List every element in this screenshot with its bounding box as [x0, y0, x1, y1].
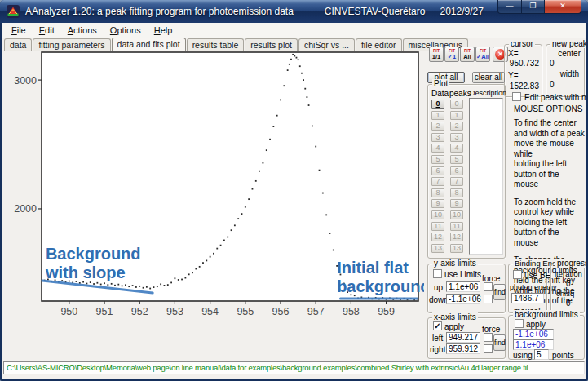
tab-fitting-parameters[interactable]: fitting parameters	[33, 38, 110, 51]
tab-data-and-fits-plot[interactable]: data and fits plot	[112, 38, 186, 51]
status-bar: C:\Users\AS-MICRO\Desktop\Memoria\web pa…	[3, 361, 585, 374]
plot-peaks-button-11[interactable]: 11	[450, 222, 463, 231]
new-peak-center-label: center	[558, 49, 581, 58]
data-point	[206, 260, 207, 262]
plot-data-button-7[interactable]: 7	[431, 177, 444, 186]
plot-description-list[interactable]	[469, 98, 503, 255]
plot-peaks-button-4[interactable]: 4	[450, 144, 463, 153]
plot-data-button-6[interactable]: 6	[431, 166, 444, 175]
plot-peaks-button-12[interactable]: 12	[450, 233, 463, 241]
plot-peaks-button-2[interactable]: 2	[450, 122, 463, 131]
data-point	[157, 286, 158, 287]
y-find-button[interactable]: find	[493, 284, 506, 300]
tab-data[interactable]: data	[4, 38, 32, 51]
bg-points-field[interactable]: 5	[534, 349, 549, 360]
photon-energy-field[interactable]: 1486.7	[511, 293, 544, 303]
mouse-options-paragraph-2: To zoom held the control key while holdi…	[514, 197, 586, 249]
points-label: points	[552, 351, 574, 360]
plot-data-button-0[interactable]: 0	[431, 100, 444, 109]
maximize-button[interactable]: ❐	[522, 0, 545, 14]
fit-button-all[interactable]: FITAll	[460, 47, 475, 62]
x-axis-limits-group: x-axis limits apply force left 949.217 r…	[427, 317, 506, 359]
plot-data-button-1[interactable]: 1	[431, 111, 444, 120]
x-tick-label: 952	[131, 306, 148, 317]
plot-peaks-button-3[interactable]: 3	[450, 133, 463, 142]
data-point	[79, 282, 81, 284]
x-apply-checkbox[interactable]	[433, 321, 442, 330]
spectrum-plot[interactable]: 20003000950951952953954955956957958959Ba…	[7, 51, 424, 325]
menu-edit[interactable]: Edit	[33, 24, 61, 37]
fit-button-1[interactable]: FIT✓1	[444, 47, 459, 62]
bg-lower-field[interactable]: -1.1e+06	[513, 329, 554, 339]
right-label: right	[430, 345, 445, 354]
fit-button-all[interactable]: FIT✓All	[475, 47, 490, 62]
data-point	[296, 57, 298, 59]
data-point	[263, 162, 264, 164]
data-point	[227, 237, 228, 238]
plot-data-button-10[interactable]: 10	[431, 210, 444, 219]
plot-peaks-button-0[interactable]: 0	[450, 100, 463, 109]
down-limit-field[interactable]: -1.1e+06	[446, 294, 480, 304]
down-force-checkbox[interactable]	[484, 295, 493, 303]
plot-peaks-button-8[interactable]: 8	[450, 188, 463, 197]
title-bar: AAnalyzer 1.20: a peak fitting program f…	[0, 0, 588, 23]
clear-all-button[interactable]: clear all	[472, 72, 505, 83]
data-point	[111, 283, 113, 285]
x-tick-label: 959	[378, 306, 395, 317]
menu-actions[interactable]: Actions	[61, 24, 104, 37]
right-force-checkbox[interactable]	[484, 344, 493, 353]
plot-peaks-button-6[interactable]: 6	[450, 166, 463, 175]
plot-data-button-13[interactable]: 13	[431, 244, 444, 253]
edit-peaks-checkbox[interactable]	[512, 92, 521, 101]
tab-results-plot[interactable]: results plot	[245, 38, 298, 51]
close-button[interactable]: ✕	[545, 0, 581, 14]
plot-data-button-4[interactable]: 4	[431, 144, 444, 153]
plot-data-button-12[interactable]: 12	[431, 233, 444, 241]
up-limit-field[interactable]: 1.1e+06	[446, 281, 480, 292]
plot-peaks-button-5[interactable]: 5	[450, 155, 463, 164]
background-limits-group: background limits apply -1.1e+06 1.1e+06…	[508, 315, 585, 360]
plot-data-button-5[interactable]: 5	[431, 155, 444, 164]
x-tick-label: 956	[272, 306, 290, 317]
progress-group: progress iteration 0 chisq 0	[550, 264, 585, 313]
plot-peaks-button-7[interactable]: 7	[450, 177, 463, 186]
status-file-path: C:\Users\AS-MICRO\Desktop\Memoria\web pa…	[4, 362, 584, 374]
plot-peaks-button-9[interactable]: 9	[450, 199, 463, 208]
data-point	[269, 139, 271, 140]
background-limits-label: background limits	[513, 310, 580, 319]
data-point	[272, 126, 274, 127]
chisq-value: 0	[566, 299, 571, 308]
up-force-checkbox[interactable]	[484, 282, 493, 291]
tab-results-table[interactable]: results table	[187, 38, 245, 51]
plot-group: Plot Data peaks Description 012345678910…	[427, 84, 506, 259]
use-limits-checkbox[interactable]	[433, 269, 442, 278]
x-tick-label: 957	[307, 306, 325, 317]
iteration-label: iteration	[555, 269, 582, 278]
menu-help[interactable]: Help	[148, 24, 179, 37]
plot-peaks-button-1[interactable]: 1	[450, 111, 463, 120]
minimize-button[interactable]: —	[497, 0, 522, 14]
plot-data-button-8[interactable]: 8	[431, 188, 444, 197]
x-find-button[interactable]: find	[493, 334, 506, 351]
bg-apply-checkbox[interactable]	[515, 319, 524, 328]
left-force-checkbox[interactable]	[484, 333, 493, 342]
right-limit-field[interactable]: 959.912	[446, 343, 480, 354]
edit-peaks-label: Edit peaks with mouse	[524, 93, 586, 102]
plot-peaks-button-13[interactable]: 13	[450, 244, 463, 253]
menu-options[interactable]: Options	[104, 24, 148, 37]
plot-peaks-button-10[interactable]: 10	[450, 210, 463, 219]
data-point	[245, 206, 246, 208]
tab-file-editor[interactable]: file editor	[356, 38, 402, 51]
menu-file[interactable]: File	[5, 24, 33, 37]
bg-apply-label: apply	[526, 320, 546, 329]
use-be-checkbox[interactable]	[513, 270, 522, 279]
left-limit-field[interactable]: 949.217	[446, 332, 480, 343]
plot-data-button-9[interactable]: 9	[431, 199, 444, 208]
plot-data-button-11[interactable]: 11	[431, 222, 444, 231]
data-point	[325, 214, 327, 215]
plot-data-button-3[interactable]: 3	[431, 133, 444, 142]
tab-chiSqr-vs-[interactable]: chiSqr vs ...	[298, 38, 355, 51]
fit-button-11[interactable]: FIT1/1	[429, 47, 444, 62]
data-point	[266, 149, 267, 151]
plot-data-button-2[interactable]: 2	[431, 122, 444, 131]
